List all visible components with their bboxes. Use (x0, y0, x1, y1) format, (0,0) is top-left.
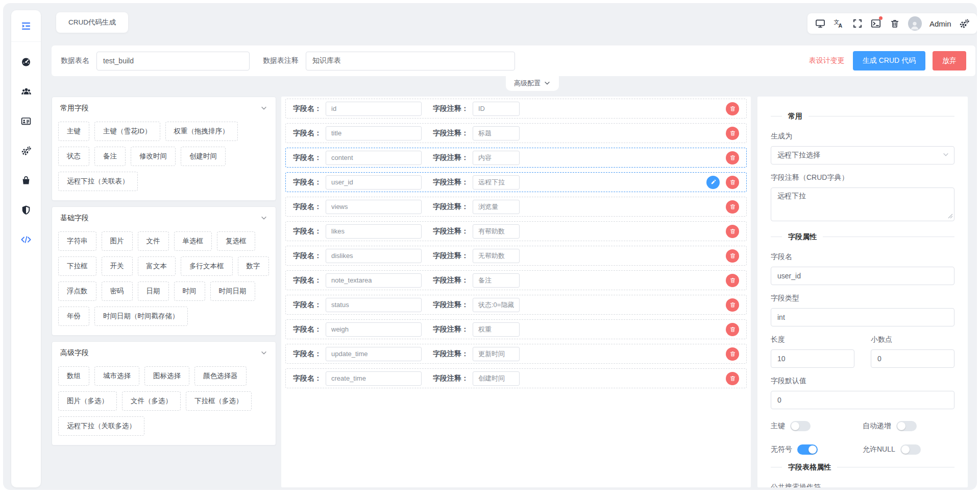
field-template-button[interactable]: 下拉框 (58, 256, 96, 276)
delete-field-button[interactable] (726, 102, 739, 115)
field-comment-input[interactable] (473, 249, 520, 263)
delete-field-button[interactable] (726, 274, 739, 287)
advanced-config-toggle[interactable]: 高级配置 (506, 76, 559, 91)
design-change-link[interactable]: 表设计变更 (809, 56, 845, 65)
delete-field-button[interactable] (726, 127, 739, 140)
field-row[interactable]: 字段名：字段注释： (285, 197, 747, 217)
resize-handle-icon[interactable] (948, 212, 953, 221)
field-template-button[interactable]: 开关 (102, 256, 133, 276)
toggle-switch[interactable] (896, 421, 917, 431)
field-template-button[interactable]: 状态 (58, 147, 89, 166)
comment-dict-textarea[interactable] (771, 187, 954, 221)
field-comment-input[interactable] (473, 151, 520, 165)
field-name-input[interactable] (326, 126, 422, 140)
topbar-trash-button[interactable] (889, 18, 900, 29)
topbar-translate-button[interactable]: 文A (834, 18, 845, 29)
delete-field-button[interactable] (726, 249, 739, 263)
topbar-terminal-button[interactable] (871, 18, 882, 29)
field-template-button[interactable]: 数组 (58, 366, 89, 386)
field-template-button[interactable]: 复选框 (217, 231, 255, 251)
topbar-fullscreen-button[interactable] (852, 18, 863, 29)
field-name-input[interactable] (326, 371, 422, 386)
field-template-button[interactable]: 字符串 (58, 231, 96, 251)
sidebar-item-code[interactable] (11, 225, 41, 254)
field-template-button[interactable]: 图标选择 (144, 366, 189, 386)
field-row[interactable]: 字段名：字段注释： (285, 99, 747, 119)
length-input[interactable] (771, 349, 854, 368)
delete-field-button[interactable] (726, 225, 739, 238)
field-comment-input[interactable] (473, 298, 520, 312)
default-value-input[interactable] (771, 391, 954, 409)
generate-as-select[interactable] (771, 146, 954, 165)
field-template-button[interactable]: 远程下拉（关联多选） (58, 416, 144, 436)
delete-field-button[interactable] (726, 176, 739, 189)
field-row[interactable]: 字段名：字段注释： (285, 148, 747, 168)
field-row[interactable]: 字段名：字段注释： (285, 270, 747, 290)
generate-crud-button[interactable]: 生成 CRUD 代码 (853, 51, 925, 71)
field-row[interactable]: 字段名：字段注释： (285, 295, 747, 315)
topbar-monitor-button[interactable] (815, 18, 826, 29)
field-comment-input[interactable] (473, 322, 520, 337)
sidebar-item-users[interactable] (11, 77, 41, 106)
delete-field-button[interactable] (726, 200, 739, 214)
field-library-card-header[interactable]: 高级字段 (52, 342, 276, 362)
field-template-button[interactable]: 年份 (58, 307, 89, 326)
sidebar-item-dashboard[interactable] (11, 47, 41, 77)
field-template-button[interactable]: 权重（拖拽排序） (165, 122, 238, 141)
admin-username[interactable]: Admin (929, 19, 951, 28)
table-name-input[interactable] (96, 52, 250, 71)
field-name-input[interactable] (326, 347, 422, 361)
field-type-input[interactable] (771, 308, 954, 326)
avatar[interactable] (908, 16, 922, 31)
field-comment-input[interactable] (473, 102, 520, 116)
field-comment-input[interactable] (473, 347, 520, 361)
sidebar-item-gears[interactable] (11, 136, 41, 166)
field-row[interactable]: 字段名：字段注释： (285, 123, 747, 143)
field-template-button[interactable]: 下拉框（多选） (186, 391, 252, 411)
field-name-input[interactable] (326, 273, 422, 288)
field-template-button[interactable]: 图片（多选） (58, 391, 117, 411)
toggle-switch[interactable] (790, 421, 811, 431)
delete-field-button[interactable] (726, 323, 739, 336)
field-row[interactable]: 字段名：字段注释： (285, 221, 747, 241)
field-template-button[interactable]: 主键（雪花ID） (94, 122, 160, 141)
generate-as-value[interactable] (771, 146, 954, 165)
table-comment-input[interactable] (306, 52, 515, 71)
decimal-input[interactable] (871, 349, 954, 368)
field-template-button[interactable]: 城市选择 (94, 366, 139, 386)
field-row[interactable]: 字段名：字段注释： (285, 246, 747, 266)
field-template-button[interactable]: 修改时间 (131, 147, 176, 166)
field-row[interactable]: 字段名：字段注释： (285, 319, 747, 339)
field-template-button[interactable]: 远程下拉（关联表） (58, 172, 138, 191)
sidebar-item-shield[interactable] (11, 195, 41, 225)
field-template-button[interactable]: 文件（多选） (122, 391, 181, 411)
field-template-button[interactable]: 密码 (102, 281, 133, 301)
field-name-input[interactable] (326, 298, 422, 312)
field-name-input[interactable] (326, 224, 422, 239)
field-library-card-header[interactable]: 基础字段 (52, 207, 276, 227)
field-name-input[interactable] (326, 175, 422, 190)
field-name-input[interactable] (326, 249, 422, 263)
field-template-button[interactable]: 日期 (138, 281, 169, 301)
delete-field-button[interactable] (726, 151, 739, 165)
field-template-button[interactable]: 创建时间 (181, 147, 226, 166)
sidebar-item-id-card[interactable] (11, 106, 41, 136)
field-comment-input[interactable] (473, 224, 520, 239)
discard-button[interactable]: 放弃 (933, 51, 966, 71)
field-comment-input[interactable] (473, 175, 520, 190)
field-template-button[interactable]: 数字 (238, 256, 269, 276)
field-template-button[interactable]: 富文本 (138, 256, 176, 276)
topbar-gears-button[interactable] (959, 18, 970, 29)
field-comment-input[interactable] (473, 273, 520, 288)
tab-crud-generator[interactable]: CRUD代码生成 (56, 12, 128, 33)
sidebar-item-indent-menu[interactable] (11, 10, 41, 42)
delete-field-button[interactable] (726, 372, 739, 385)
field-template-button[interactable]: 时间日期（时间戳存储） (94, 307, 188, 326)
edit-field-button[interactable] (706, 176, 720, 189)
field-name-input[interactable] (326, 322, 422, 337)
field-library-card-header[interactable]: 常用字段 (52, 97, 276, 118)
field-comment-input[interactable] (473, 371, 520, 386)
field-template-button[interactable]: 图片 (102, 231, 133, 251)
delete-field-button[interactable] (726, 347, 739, 361)
field-template-button[interactable]: 颜色选择器 (194, 366, 247, 386)
